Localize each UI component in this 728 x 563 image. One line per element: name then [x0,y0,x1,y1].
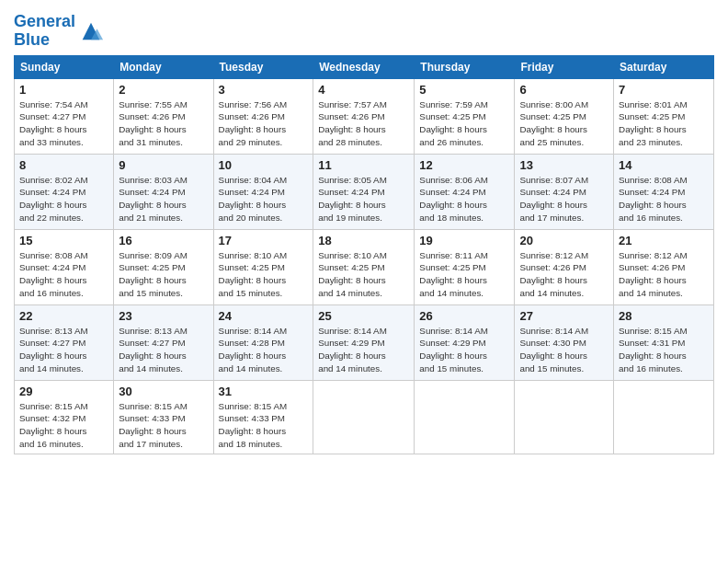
calendar-cell: 8Sunrise: 8:02 AM Sunset: 4:24 PM Daylig… [15,154,114,229]
calendar-cell: 17Sunrise: 8:10 AM Sunset: 4:25 PM Dayli… [213,229,313,304]
calendar-table: SundayMondayTuesdayWednesdayThursdayFrid… [14,55,714,455]
calendar-cell: 14Sunrise: 8:08 AM Sunset: 4:24 PM Dayli… [614,154,714,229]
day-info: Sunrise: 8:13 AM Sunset: 4:27 PM Dayligh… [119,325,208,375]
day-number: 20 [519,234,609,247]
calendar-cell: 19Sunrise: 8:11 AM Sunset: 4:25 PM Dayli… [415,229,515,304]
day-info: Sunrise: 7:59 AM Sunset: 4:25 PM Dayligh… [419,98,509,149]
day-number: 21 [619,234,709,247]
day-info: Sunrise: 8:14 AM Sunset: 4:29 PM Dayligh… [419,325,509,375]
logo-general: General [14,12,75,30]
calendar-cell: 24Sunrise: 8:14 AM Sunset: 4:28 PM Dayli… [213,304,313,380]
calendar-cell: 20Sunrise: 8:12 AM Sunset: 4:26 PM Dayli… [515,229,614,304]
week-row-1: 1Sunrise: 7:54 AM Sunset: 4:27 PM Daylig… [15,78,714,154]
calendar-body: 1Sunrise: 7:54 AM Sunset: 4:27 PM Daylig… [15,78,714,454]
day-number: 9 [119,158,208,172]
day-number: 10 [219,158,309,172]
day-info: Sunrise: 7:55 AM Sunset: 4:26 PM Dayligh… [119,98,208,149]
day-info: Sunrise: 8:15 AM Sunset: 4:33 PM Dayligh… [119,400,208,451]
day-number: 12 [419,158,509,172]
day-info: Sunrise: 8:07 AM Sunset: 4:24 PM Dayligh… [519,174,609,224]
calendar-cell: 21Sunrise: 8:12 AM Sunset: 4:26 PM Dayli… [614,229,714,304]
calendar-cell: 3Sunrise: 7:56 AM Sunset: 4:26 PM Daylig… [213,78,313,154]
calendar-cell: 6Sunrise: 8:00 AM Sunset: 4:25 PM Daylig… [515,78,614,154]
calendar-cell [515,380,614,454]
day-number: 17 [219,234,309,247]
calendar-cell [313,380,415,454]
calendar-cell: 28Sunrise: 8:15 AM Sunset: 4:31 PM Dayli… [614,304,714,380]
calendar-cell: 15Sunrise: 8:08 AM Sunset: 4:24 PM Dayli… [15,229,114,304]
day-info: Sunrise: 8:10 AM Sunset: 4:25 PM Dayligh… [318,249,409,300]
calendar-cell: 25Sunrise: 8:14 AM Sunset: 4:29 PM Dayli… [313,304,415,380]
day-info: Sunrise: 8:12 AM Sunset: 4:26 PM Dayligh… [519,249,609,300]
calendar-cell: 30Sunrise: 8:15 AM Sunset: 4:33 PM Dayli… [114,380,213,454]
calendar-cell: 5Sunrise: 7:59 AM Sunset: 4:25 PM Daylig… [415,78,515,154]
day-info: Sunrise: 7:54 AM Sunset: 4:27 PM Dayligh… [19,98,108,149]
calendar-cell: 10Sunrise: 8:04 AM Sunset: 4:24 PM Dayli… [213,154,313,229]
day-info: Sunrise: 8:08 AM Sunset: 4:24 PM Dayligh… [19,249,108,300]
calendar-cell: 31Sunrise: 8:15 AM Sunset: 4:33 PM Dayli… [213,380,313,454]
day-info: Sunrise: 8:15 AM Sunset: 4:32 PM Dayligh… [19,400,108,451]
day-info: Sunrise: 8:03 AM Sunset: 4:24 PM Dayligh… [119,174,208,224]
weekday-friday: Friday [515,55,614,78]
calendar-cell: 18Sunrise: 8:10 AM Sunset: 4:25 PM Dayli… [313,229,415,304]
day-number: 31 [219,385,309,398]
page: General Blue SundayMondayTuesdayWednesda… [0,0,728,563]
weekday-thursday: Thursday [415,55,515,78]
day-info: Sunrise: 8:14 AM Sunset: 4:29 PM Dayligh… [318,325,409,375]
weekday-sunday: Sunday [15,55,114,78]
day-number: 15 [19,234,108,247]
day-number: 6 [519,83,609,97]
calendar-cell: 7Sunrise: 8:01 AM Sunset: 4:25 PM Daylig… [614,78,714,154]
day-info: Sunrise: 8:08 AM Sunset: 4:24 PM Dayligh… [619,174,709,224]
calendar-cell: 12Sunrise: 8:06 AM Sunset: 4:24 PM Dayli… [415,154,515,229]
day-number: 7 [619,83,709,97]
header: General Blue [14,9,714,50]
calendar-cell: 2Sunrise: 7:55 AM Sunset: 4:26 PM Daylig… [114,78,213,154]
day-number: 14 [619,158,709,172]
day-number: 28 [619,309,709,323]
calendar-cell: 29Sunrise: 8:15 AM Sunset: 4:32 PM Dayli… [15,380,114,454]
day-number: 29 [19,385,108,398]
day-number: 25 [318,309,409,323]
calendar-cell: 9Sunrise: 8:03 AM Sunset: 4:24 PM Daylig… [114,154,213,229]
day-number: 18 [318,234,409,247]
weekday-wednesday: Wednesday [313,55,415,78]
day-info: Sunrise: 8:02 AM Sunset: 4:24 PM Dayligh… [19,174,108,224]
calendar-cell [415,380,515,454]
day-number: 2 [119,83,208,97]
day-info: Sunrise: 7:56 AM Sunset: 4:26 PM Dayligh… [219,98,309,149]
day-number: 8 [19,158,108,172]
calendar-cell: 26Sunrise: 8:14 AM Sunset: 4:29 PM Dayli… [415,304,515,380]
calendar-cell: 23Sunrise: 8:13 AM Sunset: 4:27 PM Dayli… [114,304,213,380]
day-info: Sunrise: 8:13 AM Sunset: 4:27 PM Dayligh… [19,325,108,375]
day-info: Sunrise: 7:57 AM Sunset: 4:26 PM Dayligh… [318,98,409,149]
calendar-cell: 4Sunrise: 7:57 AM Sunset: 4:26 PM Daylig… [313,78,415,154]
day-info: Sunrise: 8:00 AM Sunset: 4:25 PM Dayligh… [519,98,609,149]
calendar-cell [614,380,714,454]
day-info: Sunrise: 8:10 AM Sunset: 4:25 PM Dayligh… [219,249,309,300]
week-row-4: 22Sunrise: 8:13 AM Sunset: 4:27 PM Dayli… [15,304,714,380]
day-number: 19 [419,234,509,247]
day-info: Sunrise: 8:15 AM Sunset: 4:31 PM Dayligh… [619,325,709,375]
day-info: Sunrise: 8:14 AM Sunset: 4:28 PM Dayligh… [219,325,309,375]
logo-blue: Blue [14,30,50,49]
day-number: 30 [119,385,208,398]
logo: General Blue [14,13,104,50]
day-info: Sunrise: 8:06 AM Sunset: 4:24 PM Dayligh… [419,174,509,224]
day-info: Sunrise: 8:15 AM Sunset: 4:33 PM Dayligh… [219,400,309,451]
day-number: 1 [19,83,108,97]
day-info: Sunrise: 8:05 AM Sunset: 4:24 PM Dayligh… [318,174,409,224]
day-number: 27 [519,309,609,323]
weekday-monday: Monday [114,55,213,78]
calendar-cell: 27Sunrise: 8:14 AM Sunset: 4:30 PM Dayli… [515,304,614,380]
day-info: Sunrise: 8:14 AM Sunset: 4:30 PM Dayligh… [519,325,609,375]
day-info: Sunrise: 8:04 AM Sunset: 4:24 PM Dayligh… [219,174,309,224]
day-info: Sunrise: 8:11 AM Sunset: 4:25 PM Dayligh… [419,249,509,300]
day-number: 4 [318,83,409,97]
day-number: 13 [519,158,609,172]
day-number: 3 [219,83,309,97]
calendar-cell: 13Sunrise: 8:07 AM Sunset: 4:24 PM Dayli… [515,154,614,229]
logo-icon [78,18,104,44]
calendar-cell: 22Sunrise: 8:13 AM Sunset: 4:27 PM Dayli… [15,304,114,380]
day-info: Sunrise: 8:09 AM Sunset: 4:25 PM Dayligh… [119,249,208,300]
